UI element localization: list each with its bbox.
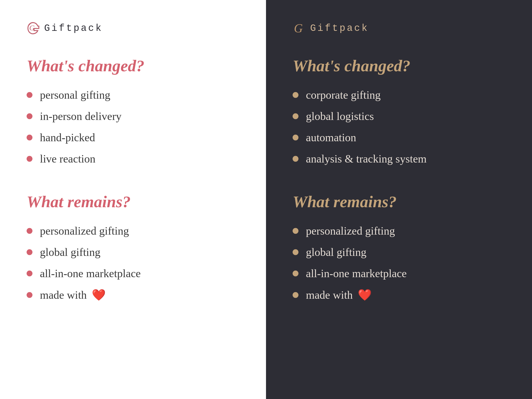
bullet-icon (293, 156, 298, 162)
list-item: in-person delivery (27, 110, 122, 123)
item-text: global gifting (40, 246, 100, 259)
dark-panel: G Giftpack What's changed? corporate gif… (266, 0, 532, 399)
bullet-icon (27, 271, 32, 276)
logo-dark: G Giftpack (293, 21, 369, 35)
item-text: personalized gifting (40, 225, 129, 237)
changed-list-light: personal gifting in-person delivery hand… (27, 89, 122, 174)
item-text: global gifting (306, 246, 366, 259)
bullet-icon (27, 135, 32, 140)
logo-light: G Giftpack (27, 21, 103, 35)
list-item: live reaction (27, 152, 122, 165)
giftpack-logo-icon-dark: G (293, 21, 306, 35)
whats-changed-heading-light: What's changed? (27, 56, 144, 75)
item-text: global logistics (306, 110, 374, 123)
list-item: made with ❤️ (27, 288, 141, 301)
list-item: hand-picked (27, 131, 122, 144)
bullet-icon (27, 249, 32, 255)
item-text: all-in-one marketplace (40, 267, 141, 280)
bullet-icon (27, 156, 32, 162)
item-text: automation (306, 131, 356, 144)
list-item: analysis & tracking system (293, 152, 427, 165)
light-panel: G Giftpack What's changed? personal gift… (0, 0, 266, 399)
what-remains-heading-dark: What remains? (293, 192, 397, 211)
list-item: made with ❤️ (293, 288, 407, 301)
logo-text-light: Giftpack (44, 23, 103, 34)
remains-list-light: personalized gifting global gifting all-… (27, 225, 141, 310)
list-item: global gifting (27, 246, 141, 259)
list-item: automation (293, 131, 427, 144)
heart-icon: ❤️ (92, 288, 106, 301)
list-item: global gifting (293, 246, 407, 259)
remains-list-dark: personalized gifting global gifting all-… (293, 225, 407, 310)
item-text: live reaction (40, 152, 95, 165)
item-text: analysis & tracking system (306, 152, 427, 165)
bullet-icon (293, 292, 298, 298)
whats-changed-heading-dark: What's changed? (293, 56, 410, 75)
item-text: made with ❤️ (306, 288, 372, 301)
list-item: global logistics (293, 110, 427, 123)
list-item: all-in-one marketplace (27, 267, 141, 280)
list-item: all-in-one marketplace (293, 267, 407, 280)
list-item: personalized gifting (293, 225, 407, 237)
item-text: hand-picked (40, 131, 95, 144)
what-remains-heading-light: What remains? (27, 192, 131, 211)
item-text: corporate gifting (306, 89, 381, 101)
changed-list-dark: corporate gifting global logistics autom… (293, 89, 427, 174)
item-text: made with ❤️ (40, 288, 106, 301)
bullet-icon (27, 228, 32, 234)
heart-icon: ❤️ (358, 288, 372, 301)
bullet-icon (293, 249, 298, 255)
list-item: personalized gifting (27, 225, 141, 237)
bullet-icon (27, 113, 32, 119)
bullet-icon (293, 271, 298, 276)
bullet-icon (293, 92, 298, 98)
bullet-icon (27, 92, 32, 98)
item-text: all-in-one marketplace (306, 267, 407, 280)
logo-text-dark: Giftpack (310, 23, 369, 34)
bullet-icon (293, 228, 298, 234)
bullet-icon (293, 135, 298, 140)
bullet-icon (293, 113, 298, 119)
item-text: in-person delivery (40, 110, 122, 123)
item-text: personalized gifting (306, 225, 395, 237)
bullet-icon (27, 292, 32, 298)
list-item: personal gifting (27, 89, 122, 101)
svg-text:G: G (29, 24, 35, 32)
list-item: corporate gifting (293, 89, 427, 101)
giftpack-logo-icon-light: G (27, 21, 40, 35)
item-text: personal gifting (40, 89, 110, 101)
svg-text:G: G (294, 22, 303, 35)
